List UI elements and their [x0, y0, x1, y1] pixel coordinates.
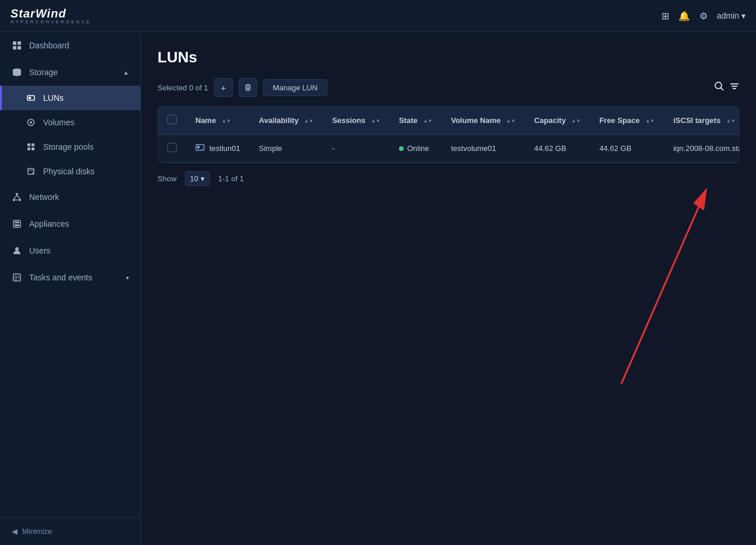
svg-rect-0 [13, 41, 16, 45]
svg-line-31 [721, 88, 724, 91]
svg-line-19 [14, 195, 17, 199]
svg-point-8 [30, 121, 32, 124]
appliances-icon [12, 219, 22, 229]
svg-rect-1 [18, 41, 21, 45]
minimize-button[interactable]: ◀ Minimize [0, 517, 141, 545]
svg-rect-23 [15, 221, 19, 223]
sidebar: Dashboard Storage ▲ LUNs [0, 32, 141, 545]
top-header: StarWind HYPERCONVERGENCE ⊞ 🔔 ⚙ admin ▾ [0, 0, 756, 32]
col-header-sessions[interactable]: Sessions ▲▼ [323, 107, 390, 135]
row-iscsi-targets: iqn.2008-08.com.starv [664, 135, 740, 163]
svg-rect-2 [13, 46, 16, 50]
row-name: testlun01 [186, 135, 250, 163]
svg-point-25 [15, 247, 19, 251]
col-header-name[interactable]: Name ▲▼ [186, 107, 250, 135]
row-free-space: 44.62 GB [590, 135, 664, 163]
add-button[interactable]: + [214, 78, 233, 97]
gear-icon[interactable]: ⚙ [699, 10, 708, 22]
row-checkbox-cell [158, 135, 186, 163]
table-header-row: Name ▲▼ Availability ▲▼ Sessions ▲▼ St [158, 107, 740, 135]
main-content: LUNs Selected 0 of 1 + Manage LUN [141, 32, 756, 545]
name-sort-icon: ▲▼ [222, 118, 231, 124]
selected-count: Selected 0 of 1 [158, 83, 208, 92]
iscsi-target-text: iqn.2008-08.com.starv [673, 144, 740, 153]
col-header-capacity[interactable]: Capacity ▲▼ [525, 107, 590, 135]
row-state: Online [390, 135, 442, 163]
bell-icon[interactable]: 🔔 [678, 10, 690, 22]
iscsi-targets-sort-icon: ▲▼ [726, 118, 736, 124]
toolbar-right [714, 81, 740, 94]
sidebar-item-tasks-events[interactable]: Tasks and events ▾ [0, 264, 141, 291]
volume-name-sort-icon: ▲▼ [506, 118, 516, 124]
capacity-sort-icon: ▲▼ [572, 118, 581, 124]
table: Name ▲▼ Availability ▲▼ Sessions ▲▼ St [158, 107, 740, 163]
col-header-availability[interactable]: Availability ▲▼ [250, 107, 323, 135]
tasks-events-label: Tasks and events [29, 273, 92, 282]
svg-point-16 [16, 193, 18, 195]
dashboard-icon [12, 40, 22, 51]
filter-button[interactable] [729, 81, 740, 94]
state-text: Online [407, 144, 429, 153]
storage-icon [12, 67, 22, 78]
luns-label: LUNs [43, 93, 64, 103]
users-label: Users [29, 246, 51, 255]
delete-button[interactable] [239, 78, 257, 97]
svg-rect-36 [197, 146, 200, 149]
tasks-events-arrow-icon: ▾ [126, 275, 129, 281]
header-checkbox-cell [158, 107, 186, 135]
col-header-free-space[interactable]: Free Space ▲▼ [590, 107, 664, 135]
sidebar-item-storage[interactable]: Storage ▲ [0, 59, 141, 86]
col-header-volume-name[interactable]: Volume Name ▲▼ [442, 107, 524, 135]
sidebar-item-luns[interactable]: LUNs [0, 86, 141, 110]
search-button[interactable] [714, 81, 724, 94]
lun-name-text: testlun01 [209, 144, 240, 153]
lun-disk-icon [195, 143, 205, 153]
tasks-events-icon [12, 272, 22, 283]
svg-rect-6 [29, 97, 31, 99]
sidebar-item-users[interactable]: Users [0, 237, 141, 264]
header-right: ⊞ 🔔 ⚙ admin ▾ [662, 10, 746, 22]
sidebar-item-volumes[interactable]: Volumes [0, 110, 141, 135]
svg-rect-12 [32, 147, 34, 150]
select-all-checkbox[interactable] [167, 115, 177, 124]
sidebar-item-network[interactable]: Network [0, 184, 141, 210]
svg-rect-22 [13, 220, 20, 227]
svg-point-14 [32, 173, 33, 174]
grid-icon[interactable]: ⊞ [662, 10, 669, 22]
toolbar: Selected 0 of 1 + Manage LUN [158, 78, 740, 97]
availability-sort-icon: ▲▼ [304, 118, 314, 124]
state-online-dot [399, 146, 404, 151]
show-select-arrow-icon: ▾ [201, 174, 205, 183]
body-row: Dashboard Storage ▲ LUNs [0, 32, 756, 545]
appliances-label: Appliances [29, 219, 69, 228]
luns-table: Name ▲▼ Availability ▲▼ Sessions ▲▼ St [158, 106, 740, 163]
row-availability: Simple [250, 135, 323, 163]
sessions-sort-icon: ▲▼ [371, 118, 380, 124]
free-space-sort-icon: ▲▼ [645, 118, 654, 124]
volumes-label: Volumes [43, 118, 75, 127]
svg-line-20 [17, 195, 20, 199]
users-icon [12, 245, 22, 256]
col-header-state[interactable]: State ▲▼ [390, 107, 442, 135]
storage-label: Storage [29, 68, 58, 77]
sidebar-item-appliances[interactable]: Appliances [0, 210, 141, 237]
row-checkbox[interactable] [167, 143, 177, 152]
svg-point-37 [202, 149, 203, 150]
admin-menu[interactable]: admin ▾ [717, 11, 746, 20]
network-icon [12, 192, 22, 202]
show-select[interactable]: 10 ▾ [185, 171, 210, 186]
dashboard-label: Dashboard [29, 41, 69, 50]
sidebar-item-physical-disks[interactable]: Physical disks [0, 159, 141, 184]
show-label: Show [158, 174, 177, 183]
manage-lun-button[interactable]: Manage LUN [263, 79, 328, 96]
svg-point-30 [715, 82, 722, 89]
svg-line-39 [621, 189, 706, 384]
sidebar-item-storage-pools[interactable]: Storage pools [0, 135, 141, 159]
page-info: 1-1 of 1 [218, 174, 244, 183]
svg-rect-3 [18, 46, 21, 50]
minimize-label: Minimize [22, 527, 52, 536]
sidebar-item-dashboard[interactable]: Dashboard [0, 32, 141, 59]
storage-pools-icon [26, 142, 36, 152]
col-header-iscsi-targets[interactable]: iSCSI targets ▲▼ [664, 107, 740, 135]
volumes-icon [26, 117, 36, 128]
